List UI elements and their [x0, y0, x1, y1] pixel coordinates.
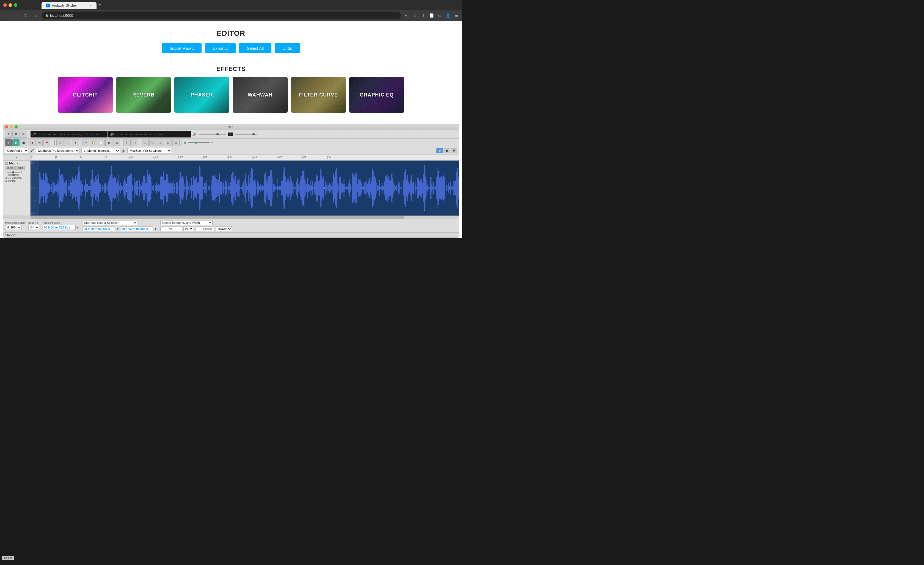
gain-slider[interactable] — [7, 172, 20, 173]
svg-text:15: 15 — [55, 155, 57, 158]
input-device-select[interactable]: MacBook Pro Microphone — [36, 148, 80, 153]
skip-start-button[interactable]: ⏮ — [28, 139, 35, 146]
export-button[interactable]: Export... — [205, 43, 236, 53]
silence-button[interactable]: ▤ — [113, 139, 120, 146]
effect-card-glitchit[interactable]: GLITCHIT — [58, 77, 113, 113]
forward-button[interactable]: › — [12, 12, 20, 19]
selection-inputs-row: 00 h 00 m 02.821 s ▼ 00 h 03 m 08.083 s … — [82, 226, 157, 231]
record-button[interactable]: ❤ — [43, 139, 50, 146]
input-level-meter[interactable]: 🎤 L R -54 -48 -42 Click to Start Monitor… — [30, 131, 108, 138]
select-all-button[interactable]: Select All — [239, 43, 272, 53]
undo-aud-button[interactable]: ↩ — [123, 139, 130, 146]
pause-button[interactable]: ⏸ — [4, 139, 12, 146]
mute-button[interactable]: Mute — [4, 166, 15, 170]
playback-position-slider[interactable] — [188, 142, 210, 143]
effect-card-filtercurve[interactable]: FILTER CURVE — [291, 77, 346, 113]
svg-text:3:00: 3:00 — [326, 155, 332, 158]
tool-envelope-button[interactable]: ✕ — [12, 130, 20, 138]
output-volume-slider[interactable] — [198, 133, 226, 135]
effect-card-wahwah[interactable]: WAHWAH — [232, 77, 288, 113]
project-rate-select[interactable]: 44100 — [5, 225, 22, 230]
sel-start-dropdown[interactable]: ▼ — [116, 227, 119, 231]
out-val-54: -54 — [120, 133, 123, 136]
output-device-select[interactable]: MacBook Pro Speakers — [128, 148, 171, 153]
zoom-normal-button[interactable]: 🔍 — [56, 139, 63, 146]
octaves-unit-select[interactable]: octaves — [216, 226, 232, 231]
home-button[interactable]: ⌂ — [32, 12, 40, 19]
back-button[interactable]: ‹ — [2, 12, 10, 19]
loop-button[interactable]: ↻ — [436, 148, 443, 153]
reading-list-button[interactable]: 📄 — [428, 12, 435, 19]
audio-host-select[interactable]: Core Audio — [4, 148, 28, 153]
reload-button[interactable]: ↻ — [22, 12, 30, 19]
pan-slider[interactable] — [8, 174, 19, 176]
zoom-multi-button[interactable]: ✦ — [72, 139, 79, 146]
sel-end-dropdown[interactable]: ▼ — [154, 227, 157, 231]
zoom-fit3-button[interactable]: ⊟ — [172, 139, 180, 146]
stop-button[interactable]: ⏹ — [20, 139, 27, 146]
sidebar-button[interactable]: ▭ — [436, 12, 443, 19]
track-dropdown-icon[interactable]: ▼ — [16, 162, 19, 165]
tool-select-button[interactable]: I — [4, 130, 12, 138]
freq-mode-select[interactable]: Center frequency and Width — [160, 220, 213, 225]
freq-unit-select[interactable]: Hz — [183, 226, 194, 231]
profile-button[interactable]: 👤 — [444, 12, 452, 19]
close-window-button[interactable] — [3, 3, 7, 7]
snap-to-select[interactable]: Off — [28, 225, 39, 230]
solo-button[interactable]: Solo — [15, 166, 25, 170]
menu-button[interactable]: ☰ — [453, 12, 460, 19]
effect-card-graphiceq[interactable]: GRAPHIC EQ — [349, 77, 404, 113]
output-level-meter[interactable]: 🔊 L R -54 -48 -42 -36 -30 -24 -18 -12 -6… — [108, 131, 191, 138]
zoom-sel-button[interactable]: ⊡ — [157, 139, 164, 146]
audio-position-input[interactable]: 00 h 00 m 02.821 s — [43, 225, 76, 230]
minimize-window-button[interactable] — [9, 3, 12, 7]
address-bar[interactable]: 🔒 localhost:5000 — [42, 12, 401, 19]
out-label-L: L — [114, 133, 116, 136]
metronome-button[interactable]: M — [451, 148, 458, 153]
effect-card-reverb[interactable]: REVERB — [116, 77, 171, 113]
zoom-in-button[interactable]: 🔍+ — [142, 139, 149, 146]
extensions-button[interactable]: ⋯ — [403, 12, 410, 19]
tool-draw-button[interactable]: ✏ — [20, 130, 27, 138]
paste-button[interactable]: 📄 — [98, 139, 105, 146]
import-raw-button[interactable]: Import Raw... — [162, 43, 202, 53]
collapse-icon[interactable]: ▼ — [15, 156, 18, 159]
selection-end-input[interactable]: 00 h 03 m 08.083 s — [120, 226, 153, 231]
bookmark-button[interactable]: ☆ — [411, 12, 418, 19]
selection-mode-select[interactable]: Start and End of Selection — [82, 220, 137, 225]
active-tab[interactable]: A Audacity Glitcher ✕ — [42, 2, 96, 9]
maximize-window-button[interactable] — [14, 3, 17, 7]
freq-octaves-input[interactable]: ---.-- octaves — [195, 226, 215, 231]
new-tab-button[interactable]: + — [96, 1, 103, 8]
scrollbar-thumb[interactable] — [30, 216, 404, 219]
meter-click-label[interactable]: Click to Start Monitoring — [59, 133, 82, 136]
playback-speed-slider[interactable] — [235, 133, 257, 135]
cut-button[interactable]: ✂ — [82, 139, 89, 146]
download-button[interactable]: ⬇ — [420, 12, 427, 19]
meter-val-18: -18 — [85, 133, 88, 136]
trim-button[interactable]: ▣ — [105, 139, 112, 146]
playback-position-indicator[interactable] — [184, 142, 186, 144]
channels-select[interactable]: 1 (Mono) Recordin... — [81, 148, 120, 153]
copy-button[interactable]: 📋 — [90, 139, 97, 146]
selection-group: Start and End of Selection 00 h 00 m 02.… — [82, 220, 157, 231]
zoom-out-button[interactable]: 🔍- — [149, 139, 156, 146]
freq-hz-input[interactable]: ----.-- Hz — [160, 226, 182, 231]
tools-group: I ✕ ✏ — [4, 130, 29, 138]
redo-aud-button[interactable]: ↪ — [131, 139, 138, 146]
effect-card-phaser[interactable]: PHASER — [174, 77, 230, 113]
undo-button[interactable]: Undo — [275, 43, 300, 53]
position-dropdown[interactable]: ▼ — [76, 226, 79, 229]
play-button[interactable]: ▶ — [12, 139, 20, 146]
zoom-fit-button[interactable]: ↔ — [64, 139, 71, 146]
waveform-container[interactable]: 1.0 0.5- 0.0- -0.5- -1.0 // Generate wav… — [30, 160, 459, 216]
zoom-fit2-button[interactable]: ⊞ — [165, 139, 172, 146]
output-volume-value: + — [228, 132, 233, 136]
track-close-button[interactable]: ✕ — [4, 162, 8, 165]
punch-button[interactable]: ⏺ — [444, 148, 450, 153]
skip-end-button[interactable]: ⏭ — [36, 139, 43, 146]
horizontal-scrollbar[interactable] — [3, 216, 459, 219]
tab-close-button[interactable]: ✕ — [88, 4, 92, 7]
selection-start-input[interactable]: 00 h 00 m 02.821 s — [82, 226, 115, 231]
effect-label-glitchit: GLITCHIT — [73, 92, 98, 98]
